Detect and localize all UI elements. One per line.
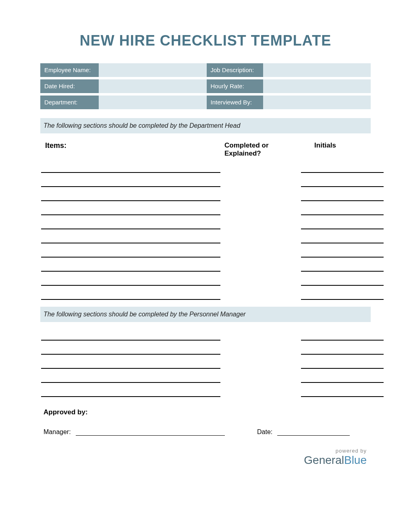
checklist-row <box>41 390 370 397</box>
approved-by-label: Approved by: <box>40 408 371 416</box>
signature-row: Manager: Date: <box>40 428 371 436</box>
info-label-employee-name: Employee Name: <box>40 63 99 77</box>
powered-by-label: powered by <box>40 448 367 454</box>
item-line[interactable] <box>41 376 220 383</box>
completed-cell[interactable] <box>241 376 281 383</box>
initials-line[interactable] <box>301 376 384 383</box>
section2-banner: The following sections should be complet… <box>40 307 371 322</box>
checklist-row <box>41 333 370 341</box>
brand-part2: Blue <box>344 454 367 466</box>
initials-line[interactable] <box>301 347 384 355</box>
completed-cell[interactable] <box>241 236 281 243</box>
item-line[interactable] <box>41 390 220 397</box>
info-label-hourly-rate: Hourly Rate: <box>207 79 263 93</box>
section2-rows <box>40 333 371 397</box>
info-value-department[interactable] <box>99 96 207 109</box>
item-line[interactable] <box>41 208 220 215</box>
info-label-department: Department: <box>40 96 99 109</box>
info-value-interviewed-by[interactable] <box>263 96 371 109</box>
checklist-row <box>41 208 370 215</box>
completed-cell[interactable] <box>241 166 281 173</box>
col-initials: Initials <box>285 141 365 158</box>
initials-line[interactable] <box>301 278 384 286</box>
checklist-row <box>41 194 370 201</box>
column-headers: Items: Completed or Explained? Initials <box>40 137 371 166</box>
info-value-job-description[interactable] <box>263 63 371 77</box>
footer: powered by GeneralBlue <box>40 448 371 467</box>
info-grid: Employee Name: Job Description: Date Hir… <box>40 63 371 109</box>
completed-cell[interactable] <box>241 208 281 215</box>
checklist-row <box>41 166 370 173</box>
info-value-employee-name[interactable] <box>99 63 207 77</box>
checklist-row <box>41 264 370 272</box>
item-line[interactable] <box>41 180 220 187</box>
checklist-row <box>41 278 370 286</box>
item-line[interactable] <box>41 236 220 243</box>
checklist-row <box>41 347 370 355</box>
completed-cell[interactable] <box>241 250 281 258</box>
item-line[interactable] <box>41 222 220 229</box>
completed-cell[interactable] <box>241 278 281 286</box>
info-label-interviewed-by: Interviewed By: <box>207 96 263 109</box>
item-line[interactable] <box>41 250 220 258</box>
date-label: Date: <box>257 428 277 436</box>
item-line[interactable] <box>41 362 220 369</box>
checklist-row <box>41 293 370 300</box>
completed-cell[interactable] <box>241 333 281 341</box>
item-line[interactable] <box>41 333 220 341</box>
completed-cell[interactable] <box>241 222 281 229</box>
initials-line[interactable] <box>301 293 384 300</box>
brand-logo: GeneralBlue <box>40 454 367 467</box>
initials-line[interactable] <box>301 194 384 201</box>
info-value-hourly-rate[interactable] <box>263 79 371 93</box>
item-line[interactable] <box>41 278 220 286</box>
initials-line[interactable] <box>301 208 384 215</box>
completed-cell[interactable] <box>241 293 281 300</box>
info-value-date-hired[interactable] <box>99 79 207 93</box>
initials-line[interactable] <box>301 180 384 187</box>
section1-banner: The following sections should be complet… <box>40 118 371 133</box>
item-line[interactable] <box>41 293 220 300</box>
item-line[interactable] <box>41 264 220 272</box>
info-label-date-hired: Date Hired: <box>40 79 99 93</box>
completed-cell[interactable] <box>241 347 281 355</box>
completed-cell[interactable] <box>241 390 281 397</box>
completed-cell[interactable] <box>241 194 281 201</box>
checklist-row <box>41 222 370 229</box>
item-line[interactable] <box>41 166 220 173</box>
initials-line[interactable] <box>301 264 384 272</box>
item-line[interactable] <box>41 347 220 355</box>
date-signature-line[interactable] <box>277 428 350 436</box>
manager-label: Manager: <box>44 428 76 436</box>
initials-line[interactable] <box>301 236 384 243</box>
initials-line[interactable] <box>301 390 384 397</box>
page-title: NEW HIRE CHECKLIST TEMPLATE <box>40 32 371 49</box>
checklist-row <box>41 362 370 369</box>
item-line[interactable] <box>41 194 220 201</box>
completed-cell[interactable] <box>241 180 281 187</box>
checklist-row <box>41 236 370 243</box>
col-completed: Completed or Explained? <box>224 141 285 158</box>
checklist-row <box>41 376 370 383</box>
initials-line[interactable] <box>301 250 384 258</box>
initials-line[interactable] <box>301 166 384 173</box>
brand-part1: General <box>304 454 344 466</box>
checklist-row <box>41 250 370 258</box>
initials-line[interactable] <box>301 333 384 341</box>
completed-cell[interactable] <box>241 362 281 369</box>
checklist-row <box>41 180 370 187</box>
section1-rows <box>40 166 371 300</box>
col-items: Items: <box>45 141 224 158</box>
initials-line[interactable] <box>301 222 384 229</box>
info-label-job-description: Job Description: <box>207 63 263 77</box>
completed-cell[interactable] <box>241 264 281 272</box>
manager-signature-line[interactable] <box>76 428 225 436</box>
initials-line[interactable] <box>301 362 384 369</box>
